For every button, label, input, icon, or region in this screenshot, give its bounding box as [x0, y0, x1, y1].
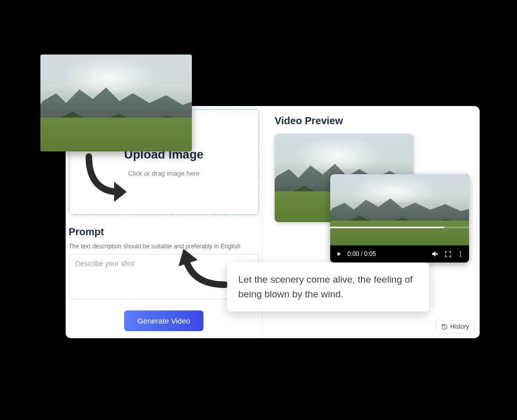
play-icon[interactable] — [335, 250, 342, 257]
preview-title: Video Preview — [275, 115, 468, 127]
video-progress[interactable] — [330, 227, 469, 228]
svg-point-1 — [460, 253, 461, 254]
arrow-to-prompt-icon — [170, 244, 230, 300]
video-controls: 0:00 / 0:05 — [330, 245, 469, 262]
example-prompt-callout: Let the scenery come alive, the feeling … — [227, 262, 429, 311]
generate-video-button[interactable]: Generate Video — [124, 310, 203, 331]
more-icon[interactable] — [457, 250, 464, 257]
history-label: History — [450, 323, 469, 330]
prompt-title: Prompt — [69, 226, 259, 238]
video-time: 0:00 / 0:05 — [347, 250, 376, 257]
arrow-to-upload-icon — [79, 151, 134, 207]
svg-point-0 — [460, 251, 461, 252]
history-button[interactable]: History — [436, 320, 475, 333]
svg-point-2 — [460, 255, 461, 256]
prompt-help: The text description should be suitable … — [69, 243, 259, 250]
history-icon — [441, 324, 448, 330]
upload-subtitle: Click or drag image here — [128, 170, 200, 177]
mute-icon[interactable] — [431, 250, 439, 258]
fullscreen-icon[interactable] — [444, 250, 452, 258]
video-player[interactable]: 0:00 / 0:05 — [330, 174, 469, 262]
sample-image-overlay — [40, 55, 192, 151]
